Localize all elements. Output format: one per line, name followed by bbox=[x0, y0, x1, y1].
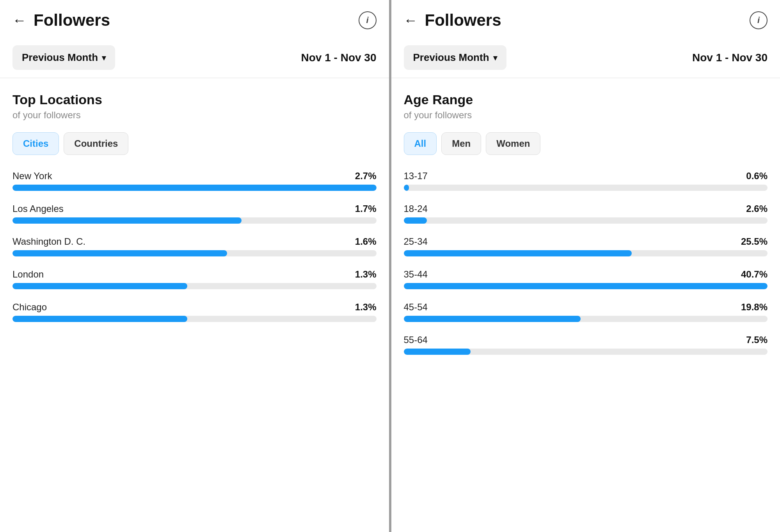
bar-fill bbox=[12, 185, 377, 191]
bar-track bbox=[12, 185, 377, 191]
right-info-button[interactable]: i bbox=[750, 11, 768, 29]
list-item: 45-54 19.8% bbox=[404, 302, 768, 322]
left-info-button[interactable]: i bbox=[359, 11, 377, 29]
right-header: ← Followers i bbox=[391, 0, 780, 37]
list-item: London 1.3% bbox=[12, 269, 377, 289]
age-range-pct: 19.8% bbox=[741, 302, 768, 313]
right-tab-group: All Men Women bbox=[404, 132, 768, 155]
bar-fill bbox=[12, 250, 227, 256]
tab-women[interactable]: Women bbox=[486, 132, 540, 155]
left-header-left: ← Followers bbox=[12, 11, 110, 30]
left-back-button[interactable]: ← bbox=[12, 13, 27, 27]
right-back-button[interactable]: ← bbox=[404, 13, 418, 27]
list-item: 55-64 7.5% bbox=[404, 335, 768, 355]
city-pct: 1.3% bbox=[355, 302, 377, 313]
left-period-label: Previous Month bbox=[22, 52, 98, 64]
bar-track bbox=[404, 217, 768, 224]
bar-track bbox=[12, 250, 377, 256]
right-date-range: Nov 1 - Nov 30 bbox=[692, 52, 768, 64]
age-range-pct: 0.6% bbox=[746, 171, 768, 181]
bar-track bbox=[404, 185, 768, 191]
list-item: 25-34 25.5% bbox=[404, 236, 768, 256]
age-range-pct: 40.7% bbox=[741, 269, 768, 280]
list-item: Los Angeles 1.7% bbox=[12, 203, 377, 224]
right-page-title: Followers bbox=[425, 11, 501, 30]
age-range-label: 25-34 bbox=[404, 236, 428, 247]
left-filter-row: Previous Month ▾ Nov 1 - Nov 30 bbox=[0, 37, 389, 78]
bar-track bbox=[404, 349, 768, 355]
bar-fill bbox=[404, 349, 471, 355]
right-period-button[interactable]: Previous Month ▾ bbox=[404, 45, 506, 70]
bar-track bbox=[12, 316, 377, 322]
city-name: Los Angeles bbox=[12, 203, 64, 214]
left-panel: ← Followers i Previous Month ▾ Nov 1 - N… bbox=[0, 0, 389, 532]
bar-fill bbox=[404, 217, 427, 224]
list-item: 18-24 2.6% bbox=[404, 203, 768, 224]
list-item: New York 2.7% bbox=[12, 171, 377, 191]
age-range-label: 55-64 bbox=[404, 335, 428, 345]
bar-fill bbox=[404, 316, 581, 322]
city-pct: 1.6% bbox=[355, 236, 377, 247]
left-period-button[interactable]: Previous Month ▾ bbox=[12, 45, 115, 70]
bar-track bbox=[404, 283, 768, 289]
bar-track bbox=[404, 316, 768, 322]
bar-fill bbox=[12, 217, 242, 224]
list-item: Washington D. C. 1.6% bbox=[12, 236, 377, 256]
bar-track bbox=[404, 250, 768, 256]
city-name: London bbox=[12, 269, 44, 280]
age-range-pct: 25.5% bbox=[741, 236, 768, 247]
tab-cities[interactable]: Cities bbox=[12, 132, 59, 155]
age-range-label: 35-44 bbox=[404, 269, 428, 280]
right-period-label: Previous Month bbox=[413, 52, 489, 64]
tab-all[interactable]: All bbox=[404, 132, 437, 155]
right-section-subtitle: of your followers bbox=[404, 110, 768, 121]
city-pct: 2.7% bbox=[355, 171, 377, 181]
bar-fill bbox=[404, 250, 632, 256]
age-range-pct: 7.5% bbox=[746, 335, 768, 345]
city-name: Washington D. C. bbox=[12, 236, 85, 247]
city-name: Chicago bbox=[12, 302, 47, 313]
age-range-label: 45-54 bbox=[404, 302, 428, 313]
bar-fill bbox=[12, 283, 187, 289]
list-item: Chicago 1.3% bbox=[12, 302, 377, 322]
left-chevron-icon: ▾ bbox=[102, 53, 106, 62]
bar-track bbox=[12, 217, 377, 224]
left-tab-group: Cities Countries bbox=[12, 132, 377, 155]
bar-fill bbox=[404, 185, 409, 191]
list-item: 35-44 40.7% bbox=[404, 269, 768, 289]
right-content: Age Range of your followers All Men Wome… bbox=[391, 78, 780, 532]
age-range-pct: 2.6% bbox=[746, 203, 768, 214]
left-content: Top Locations of your followers Cities C… bbox=[0, 78, 389, 532]
right-chevron-icon: ▾ bbox=[493, 53, 497, 62]
age-range-label: 18-24 bbox=[404, 203, 428, 214]
left-header: ← Followers i bbox=[0, 0, 389, 37]
bar-fill bbox=[404, 283, 768, 289]
tab-men[interactable]: Men bbox=[441, 132, 481, 155]
right-header-left: ← Followers bbox=[404, 11, 501, 30]
city-pct: 1.3% bbox=[355, 269, 377, 280]
bar-fill bbox=[12, 316, 187, 322]
left-section-subtitle: of your followers bbox=[12, 110, 377, 121]
right-section-title: Age Range bbox=[404, 92, 768, 107]
left-section-title: Top Locations bbox=[12, 92, 377, 107]
left-page-title: Followers bbox=[34, 11, 110, 30]
list-item: 13-17 0.6% bbox=[404, 171, 768, 191]
city-name: New York bbox=[12, 171, 52, 181]
right-panel: ← Followers i Previous Month ▾ Nov 1 - N… bbox=[391, 0, 780, 532]
tab-countries[interactable]: Countries bbox=[64, 132, 128, 155]
left-date-range: Nov 1 - Nov 30 bbox=[301, 52, 377, 64]
age-range-label: 13-17 bbox=[404, 171, 428, 181]
city-pct: 1.7% bbox=[355, 203, 377, 214]
bar-track bbox=[12, 283, 377, 289]
right-filter-row: Previous Month ▾ Nov 1 - Nov 30 bbox=[391, 37, 780, 78]
